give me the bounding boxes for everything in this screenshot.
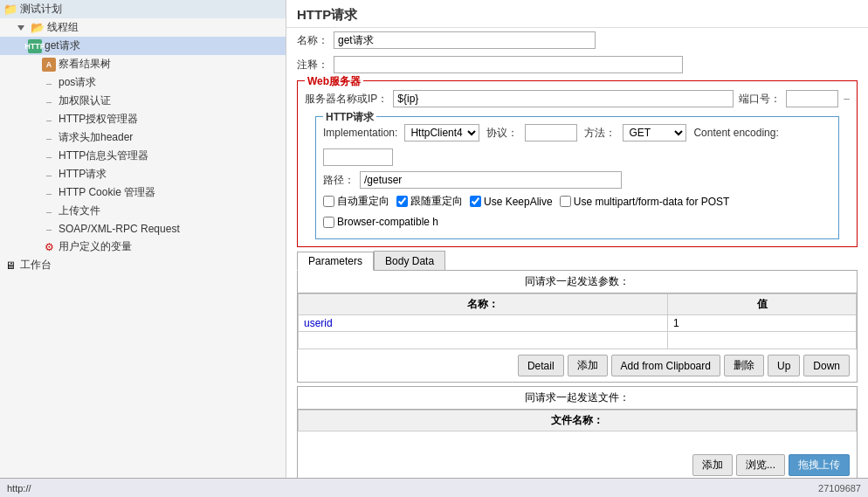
- detail-button[interactable]: Detail: [518, 355, 564, 376]
- http-inner-section: HTTP请求 Implementation: HttpClient4 协议： 方…: [315, 116, 839, 239]
- table-row-empty: [299, 332, 857, 349]
- server-name-label: 服务器名称或IP：: [305, 92, 388, 107]
- item-icon: –: [42, 113, 56, 127]
- method-select[interactable]: GET POST PUT DELETE: [623, 124, 686, 142]
- tree-label-pos: pos请求: [59, 75, 96, 90]
- status-url: http://: [7, 483, 811, 494]
- comment-input[interactable]: [334, 56, 683, 73]
- tree-item-pos-request[interactable]: – pos请求: [0, 73, 286, 92]
- tree-label-auth: 加权限认证: [59, 93, 111, 108]
- tree-item-get-request[interactable]: HTTP get请求: [0, 37, 286, 55]
- tree-item-http-request2[interactable]: – HTTP请求: [0, 165, 286, 183]
- server-row: 服务器名称或IP： 端口号： –: [305, 85, 850, 111]
- port-input[interactable]: [786, 90, 838, 107]
- folder-icon: 📁: [3, 3, 17, 17]
- user-var-icon: ⚙: [42, 240, 56, 254]
- path-input[interactable]: [360, 171, 622, 189]
- impl-select[interactable]: HttpClient4: [404, 124, 479, 142]
- protocol-input[interactable]: [525, 124, 577, 142]
- item-icon: –: [42, 76, 56, 90]
- content-encoding-label: Content encoding:: [693, 127, 778, 139]
- add-button[interactable]: 添加: [568, 355, 608, 376]
- dash: –: [844, 93, 850, 105]
- follow-redirect-input[interactable]: [396, 196, 408, 207]
- delete-button[interactable]: 删除: [724, 355, 764, 376]
- tree-item-upload[interactable]: – 上传文件: [0, 202, 286, 220]
- tree-label-soap: SOAP/XML-RPC Request: [59, 223, 180, 235]
- tree-item-cookie[interactable]: – HTTP Cookie 管理器: [0, 183, 286, 202]
- web-server-title: Web服务器: [305, 74, 363, 89]
- multipart-label: Use multipart/form-data for POST: [574, 196, 730, 208]
- tree-item-test-plan[interactable]: 📁 测试计划: [0, 0, 286, 18]
- param-value-cell: 1: [668, 315, 857, 332]
- tree-item-soap[interactable]: – SOAP/XML-RPC Request: [0, 220, 286, 238]
- param-name-cell: userid: [299, 315, 668, 332]
- add-from-clipboard-button[interactable]: Add from Clipboard: [611, 355, 720, 376]
- content-encoding-input[interactable]: [323, 148, 393, 166]
- impl-label: Implementation:: [323, 127, 397, 139]
- assert-icon: A: [42, 58, 56, 72]
- tree-label-workbench: 工作台: [20, 258, 52, 273]
- item-icon: –: [42, 222, 56, 236]
- item-icon: –: [42, 149, 56, 163]
- tree-item-user-vars[interactable]: ⚙ 用户定义的变量: [0, 238, 286, 256]
- status-count: 27109687: [818, 483, 861, 494]
- follow-redirect-checkbox[interactable]: 跟随重定向: [396, 194, 463, 209]
- files-browse-button[interactable]: 浏览...: [736, 454, 785, 476]
- files-table: 文件名称：: [298, 410, 857, 449]
- files-table-row-empty: [299, 431, 857, 449]
- port-label: 端口号：: [739, 92, 781, 107]
- col-name-header: 名称：: [299, 294, 668, 315]
- auto-redirect-input[interactable]: [323, 196, 334, 207]
- path-label: 路径：: [323, 173, 355, 188]
- item-icon: –: [42, 94, 56, 108]
- item-icon: –: [42, 186, 56, 200]
- name-input[interactable]: [334, 31, 596, 49]
- col-value-header: 值: [668, 294, 857, 315]
- tree-item-thread-group[interactable]: 📂 线程组: [0, 18, 286, 37]
- multipart-checkbox[interactable]: Use multipart/form-data for POST: [560, 196, 730, 208]
- auto-redirect-label: 自动重定向: [337, 194, 389, 209]
- tree-label-assert-result: 察看结果树: [59, 57, 111, 72]
- auto-redirect-checkbox[interactable]: 自动重定向: [323, 194, 389, 209]
- table-row: userid 1: [299, 315, 857, 332]
- left-panel: 📁 测试计划 📂 线程组 HTTP get请求 A 察看结果树 – pos请求 …: [0, 0, 286, 497]
- tree-item-http-manager[interactable]: – HTTP授权管理器: [0, 110, 286, 128]
- tree-label-http-info: HTTP信息头管理器: [59, 148, 148, 163]
- browser-compat-input[interactable]: [323, 217, 334, 228]
- checkbox-row: 自动重定向 跟随重定向 Use KeepAlive Use multipart/…: [323, 194, 831, 228]
- server-input[interactable]: [393, 90, 734, 107]
- path-row: 路径：: [323, 171, 831, 189]
- tab-parameters[interactable]: Parameters: [297, 252, 374, 271]
- tree-label-http-manager: HTTP授权管理器: [59, 112, 138, 127]
- files-upload-button[interactable]: 拖拽上传: [789, 454, 850, 476]
- tree-label-header: 请求头加header: [59, 130, 133, 145]
- multipart-input[interactable]: [560, 196, 571, 207]
- params-header: 同请求一起发送参数：: [298, 271, 857, 293]
- tree-item-auth[interactable]: – 加权限认证: [0, 92, 286, 110]
- keep-alive-checkbox[interactable]: Use KeepAlive: [470, 196, 553, 208]
- tree-item-header[interactable]: – 请求头加header: [0, 128, 286, 147]
- up-button[interactable]: Up: [768, 355, 800, 376]
- workbench-icon: 🖥: [3, 259, 17, 273]
- tree-label-thread-group: 线程组: [47, 20, 79, 35]
- files-actions: 添加 浏览... 拖拽上传: [298, 449, 857, 481]
- tree-item-workbench[interactable]: 🖥 工作台: [0, 256, 286, 274]
- method-label: 方法：: [584, 126, 616, 141]
- keep-alive-input[interactable]: [470, 196, 481, 207]
- item-icon: –: [42, 168, 56, 182]
- tree-label-upload: 上传文件: [59, 204, 100, 218]
- files-section: 同请求一起发送文件： 文件名称： 添加 浏览... 拖拽上传: [297, 386, 858, 482]
- files-header: 同请求一起发送文件：: [298, 387, 857, 410]
- tree-item-assert-result[interactable]: A 察看结果树: [0, 55, 286, 73]
- down-button[interactable]: Down: [803, 355, 850, 376]
- browser-compat-checkbox[interactable]: Browser-compatible h: [323, 216, 438, 228]
- files-add-button[interactable]: 添加: [692, 454, 733, 476]
- status-bar: http:// 27109687: [0, 478, 868, 497]
- comment-row: 注释：: [286, 52, 868, 77]
- http-section-title: HTTP请求: [323, 110, 376, 125]
- folder-open-icon: 📂: [31, 21, 45, 35]
- tab-body-data[interactable]: Body Data: [374, 251, 445, 270]
- item-icon: –: [42, 204, 56, 218]
- tree-item-http-info[interactable]: – HTTP信息头管理器: [0, 147, 286, 165]
